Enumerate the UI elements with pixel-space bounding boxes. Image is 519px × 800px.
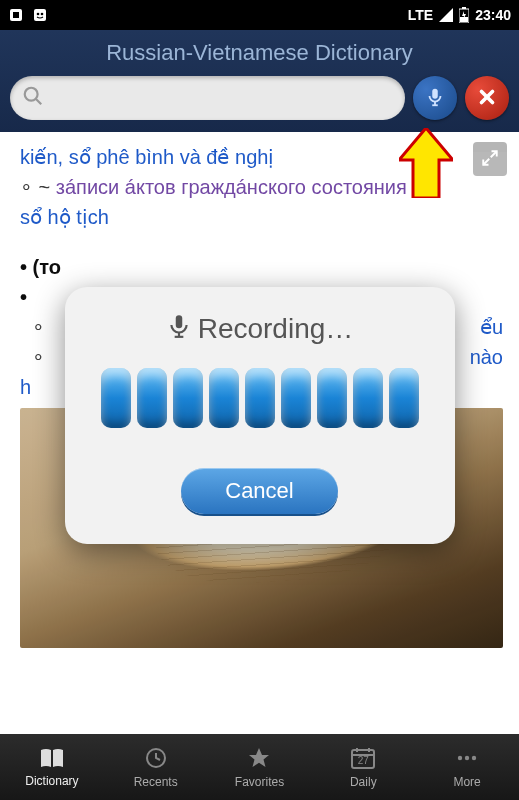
recording-dialog-overlay: Recording… Cancel xyxy=(0,0,519,800)
cancel-button[interactable]: Cancel xyxy=(181,468,337,514)
svg-rect-20 xyxy=(175,315,182,328)
microphone-icon xyxy=(166,313,192,346)
audio-level-bars xyxy=(87,368,433,428)
dialog-title: Recording… xyxy=(198,313,354,345)
recording-dialog: Recording… Cancel xyxy=(65,287,455,544)
